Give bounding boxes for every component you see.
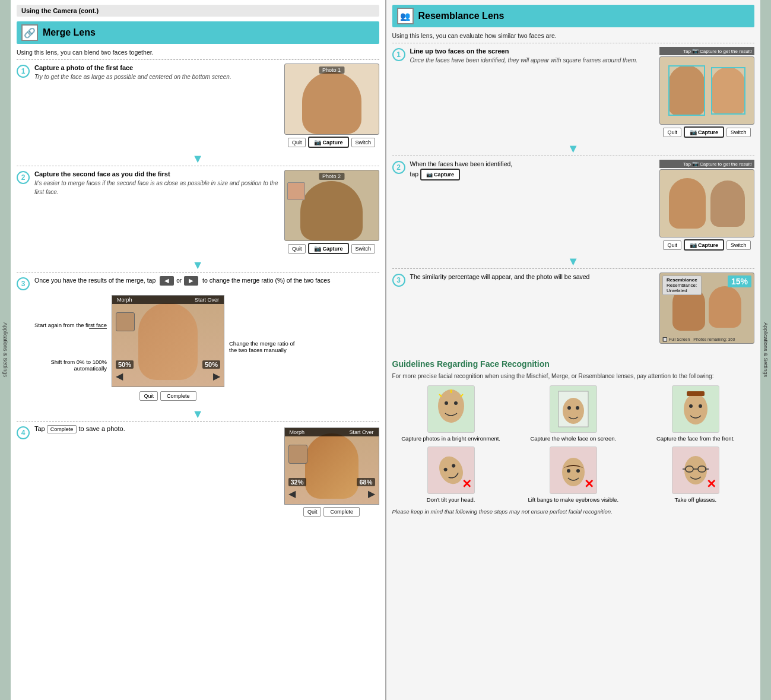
svg-point-12 [699, 404, 702, 408]
step-4-image: Morph Start Over 32% 68% ◀ ▶ [284, 425, 379, 517]
step-2-phone-screen: Photo 2 [284, 170, 379, 241]
step-2-capture-btn[interactable]: 📷 Capture [308, 243, 348, 254]
morph-thumb-2 [288, 445, 307, 464]
step-2-controls: Quit 📷 Capture Switch [284, 243, 379, 254]
morph-arrow-left[interactable]: ◀ [116, 370, 123, 382]
resem-result-screen: Resemblance Resemblance: Unrelated 15% 🔲… [659, 273, 754, 344]
resemblance-header: 👥 Resemblance Lens [392, 5, 755, 27]
resem-screen-2 [659, 169, 754, 237]
right-panel: 👥 Resemblance Lens Using this lens, you … [386, 0, 761, 700]
morph-pct-right-2: 68% [357, 478, 375, 486]
step-1-image: Photo 1 Quit 📷 Capture Switch [284, 64, 379, 148]
svg-point-19 [576, 469, 580, 473]
resem-arrow-2-3: ▼ [392, 255, 755, 267]
step-1-controls: Quit 📷 Capture Switch [284, 137, 379, 148]
svg-point-20 [684, 456, 707, 484]
guidelines-section: Guidelines Regarding Face Recognition Fo… [392, 354, 755, 515]
resem-step-3-text: The similarity percentage will appear, a… [410, 273, 655, 281]
left-panel: Using the Camera (cont.) 🔗 Merge Lens Us… [11, 0, 386, 700]
bad-mark-4: ✕ [462, 477, 472, 491]
guideline-label-5: Lift bangs to make eyebrows visible. [515, 496, 632, 503]
step-3-annotations: Start again from the first face Shift fr… [17, 293, 379, 401]
step-4-quit-btn[interactable]: Quit [303, 507, 322, 517]
resem-s2-switch-btn[interactable]: Switch [726, 240, 751, 250]
svg-point-10 [684, 394, 707, 425]
merge-step-3: 3 Once you have the results of the merge… [17, 276, 379, 290]
svg-point-2 [454, 401, 458, 405]
step-1-text: Capture a photo of the first face Try to… [34, 64, 280, 81]
guideline-item-1: Capture photos in a bright environment. [392, 385, 510, 442]
merge-step-3-container: 3 Once you have the results of the merge… [17, 272, 379, 407]
resemblance-step-1: 1 Line up two faces on the screen Once t… [392, 43, 755, 141]
step-1-switch-btn[interactable]: Switch [351, 138, 376, 147]
step-1-phone-screen: Photo 1 [284, 64, 379, 135]
step-2-switch-btn[interactable]: Switch [351, 244, 376, 254]
resem-step-2-image: Tap 📷 Capture to get the result! [659, 160, 754, 251]
resem-step-num-2: 2 [392, 161, 405, 174]
step-4-text: Tap Complete to save a photo. [34, 425, 280, 433]
guideline-img-4: ✕ [427, 446, 475, 494]
resem-step-num-3: 3 [392, 274, 405, 287]
step-4-complete-btn[interactable]: Complete [323, 507, 360, 517]
morph-arrow-right[interactable]: ▶ [213, 370, 220, 382]
guideline-img-6: ✕ [672, 446, 719, 494]
morph-screen-container: Morph Start Over 50% 50% ◀ ▶ [112, 293, 224, 401]
step-2-text: Capture the second face as you did the f… [34, 170, 280, 197]
merge-step-4-container: 4 Tap Complete to save a photo. Morph [17, 421, 379, 520]
resem-s2-capture-btn[interactable]: 📷 Capture [684, 239, 724, 251]
face-left-1 [668, 65, 705, 116]
guidelines-title: Guidelines Regarding Face Recognition [392, 359, 755, 369]
face-left-2 [669, 178, 706, 229]
resemblance-icon: 👥 [397, 8, 414, 24]
resem-step-2-controls: Quit 📷 Capture Switch [659, 239, 754, 251]
bad-mark-5: ✕ [584, 477, 594, 491]
morph-arrow-left-2[interactable]: ◀ [288, 488, 296, 499]
guidelines-footer: Please keep in mind that following these… [392, 508, 755, 515]
face-silhouette-1 [302, 72, 361, 134]
side-tab-left: Applications & Settings [0, 0, 11, 700]
step-4-controls: Quit Complete [284, 507, 379, 517]
guideline-img-5: ✕ [550, 446, 597, 494]
change-ratio-label: Change the merge ratio of the two faces … [224, 340, 296, 353]
resem-step-1-text: Line up two faces on the screen Once the… [410, 47, 655, 65]
resem-step-num-1: 1 [392, 48, 405, 61]
step-1-capture-btn[interactable]: 📷 Capture [308, 137, 348, 148]
resem-step-2-text: When the faces have been identified, tap… [410, 160, 655, 180]
resem-s1-quit-btn[interactable]: Quit [663, 128, 681, 137]
step-2-quit-btn[interactable]: Quit [288, 244, 306, 254]
guideline-item-4: ✕ Don't tilt your head. [392, 446, 510, 503]
guideline-img-3 [672, 385, 719, 433]
step-num-4: 4 [17, 426, 30, 439]
photo1-thumb [287, 182, 305, 200]
step-3-controls: Quit Complete [139, 391, 196, 401]
resem-screen-1 [659, 56, 754, 125]
morph-arrow-right-2[interactable]: ▶ [368, 488, 375, 499]
merge-lens-intro: Using this lens, you can blend two faces… [17, 49, 379, 56]
guideline-label-4: Don't tilt your head. [392, 496, 510, 503]
step-4-complete-inline[interactable]: Complete [47, 425, 77, 433]
guidelines-grid: Capture photos in a bright environment. [392, 385, 755, 503]
resem-step-3-image: Resemblance Resemblance: Unrelated 15% 🔲… [659, 273, 754, 344]
guideline-item-5: ✕ Lift bangs to make eyebrows visible. [515, 446, 632, 503]
guidelines-intro: For more precise facial recognition when… [392, 372, 755, 381]
guideline-label-6: Take off glasses. [637, 496, 754, 503]
resemblance-pct: 15% [728, 275, 751, 287]
step-1-quit-btn[interactable]: Quit [288, 138, 306, 147]
face-right-2 [710, 180, 745, 227]
step-3-quit-btn[interactable]: Quit [139, 391, 158, 401]
resem-s1-switch-btn[interactable]: Switch [726, 128, 751, 137]
start-again-label: Start again from the first face [17, 322, 107, 329]
morph-screen: Morph Start Over 50% 50% ◀ ▶ [112, 295, 224, 387]
step-3-complete-btn[interactable]: Complete [160, 391, 196, 401]
merge-lens-header: 🔗 Merge Lens [17, 21, 379, 44]
morph-thumb [116, 312, 135, 331]
guideline-item-3: Capture the face from the front. [637, 385, 754, 442]
resem-s2-quit-btn[interactable]: Quit [663, 240, 681, 250]
resem-bottom-bar: 🔲 Full Screen Photos remaining: 360 [662, 337, 735, 342]
face-right-1 [711, 67, 745, 115]
arrow-2-3: ▼ [17, 259, 379, 271]
shift-auto-label: Shift from 0% to 100% automatically [17, 359, 107, 372]
arrow-3-4: ▼ [17, 408, 379, 420]
resem-s2-inline-capture[interactable]: 📷 Capture [420, 169, 460, 181]
resem-s1-capture-btn[interactable]: 📷 Capture [684, 126, 724, 138]
